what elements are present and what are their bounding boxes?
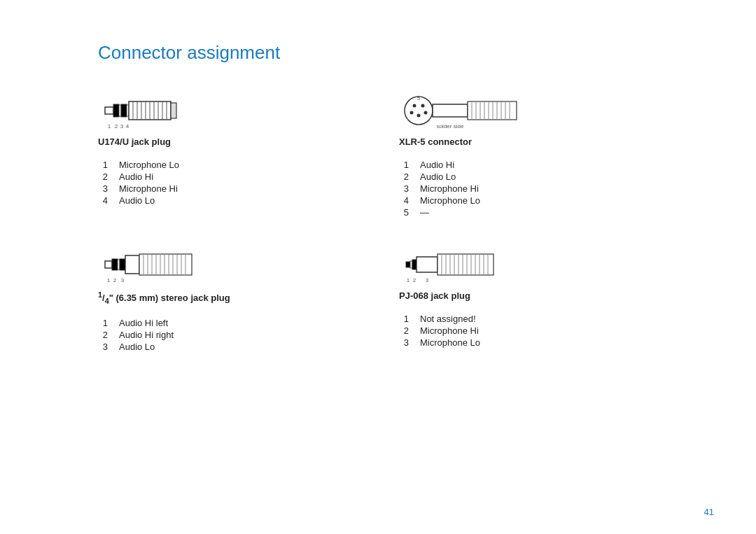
xlr5-name: XLR-5 connector xyxy=(399,136,658,147)
pin-item: 1Audio Hi xyxy=(399,160,658,170)
svg-rect-41 xyxy=(112,259,118,270)
svg-rect-0 xyxy=(105,107,113,114)
svg-rect-43 xyxy=(120,259,125,270)
svg-rect-27 xyxy=(433,104,468,117)
pin-item: 5— xyxy=(399,207,658,218)
svg-text:4: 4 xyxy=(126,123,130,129)
u174-name: U174/U jack plug xyxy=(98,136,357,147)
connectors-grid: 1 2 3 4 U174/U jack plug 1Microphone Lo … xyxy=(98,92,658,352)
svg-point-20 xyxy=(405,97,433,125)
svg-rect-62 xyxy=(412,260,416,269)
connector-u174: 1 2 3 4 U174/U jack plug 1Microphone Lo … xyxy=(98,92,357,218)
svg-rect-1 xyxy=(113,104,119,117)
svg-rect-3 xyxy=(121,104,127,117)
pin-item: 2Audio Hi right xyxy=(98,330,357,340)
connector-stereo: 1 2 3 1/4" (6.35 mm) stereo jack plug 1A… xyxy=(98,246,357,352)
svg-text:1: 1 xyxy=(107,277,111,283)
stereo-name: 1/4" (6.35 mm) stereo jack plug xyxy=(98,290,357,305)
page: Connector assignment xyxy=(0,0,756,534)
svg-text:2: 2 xyxy=(115,123,118,129)
svg-rect-40 xyxy=(105,261,112,268)
pj068-pins: 1Not assigned! 2Microphone Hi 3Microphon… xyxy=(399,314,658,348)
svg-rect-15 xyxy=(171,103,176,118)
pin-item: 4Microphone Lo xyxy=(399,195,658,206)
diagram-pj068: 1 2 3 xyxy=(399,246,658,283)
svg-rect-44 xyxy=(125,255,139,274)
diagram-xlr5: 5 solder side xyxy=(399,92,658,129)
pin-item: 3Microphone Lo xyxy=(399,337,658,348)
svg-point-24 xyxy=(417,114,421,118)
svg-text:2: 2 xyxy=(413,277,416,283)
diagram-stereo: 1 2 3 xyxy=(98,246,357,283)
svg-text:solder side: solder side xyxy=(437,123,464,129)
svg-point-25 xyxy=(424,111,428,115)
svg-point-21 xyxy=(413,104,416,108)
svg-text:3: 3 xyxy=(426,277,429,283)
pin-item: 1Not assigned! xyxy=(399,314,658,324)
svg-text:3: 3 xyxy=(120,123,124,129)
pin-item: 2Microphone Hi xyxy=(399,325,658,336)
pin-item: 4Audio Lo xyxy=(98,195,357,206)
page-number: 41 xyxy=(704,507,714,517)
svg-text:3: 3 xyxy=(121,277,125,283)
pin-item: 3Microphone Hi xyxy=(98,183,357,194)
xlr5-pins: 1Audio Hi 2Audio Lo 3Microphone Hi 4Micr… xyxy=(399,160,658,218)
pj068-name: PJ-068 jack plug xyxy=(399,290,658,301)
pin-item: 1Microphone Lo xyxy=(98,160,357,170)
svg-text:1: 1 xyxy=(407,277,410,283)
svg-point-23 xyxy=(410,111,414,115)
svg-text:5: 5 xyxy=(417,96,420,101)
pin-item: 3Microphone Hi xyxy=(399,183,658,194)
page-title: Connector assignment xyxy=(98,42,658,64)
pin-item: 3Audio Lo xyxy=(98,342,357,352)
svg-rect-45 xyxy=(139,254,192,275)
diagram-u174: 1 2 3 4 xyxy=(98,92,357,129)
svg-text:2: 2 xyxy=(113,277,117,283)
pin-item: 2Audio Hi xyxy=(98,171,357,182)
connector-xlr5: 5 solder side xyxy=(399,92,658,218)
svg-rect-63 xyxy=(416,257,438,272)
svg-text:1: 1 xyxy=(108,123,111,129)
pin-item: 1Audio Hi left xyxy=(98,318,357,328)
pin-item: 2Audio Lo xyxy=(399,171,658,182)
stereo-pins: 1Audio Hi left 2Audio Hi right 3Audio Lo xyxy=(98,318,357,352)
u174-pins: 1Microphone Lo 2Audio Hi 3Microphone Hi … xyxy=(98,160,357,206)
svg-point-22 xyxy=(421,104,425,108)
svg-rect-60 xyxy=(406,262,410,267)
connector-pj068: 1 2 3 PJ-068 jack plug 1Not assigned! 2M… xyxy=(399,246,658,352)
